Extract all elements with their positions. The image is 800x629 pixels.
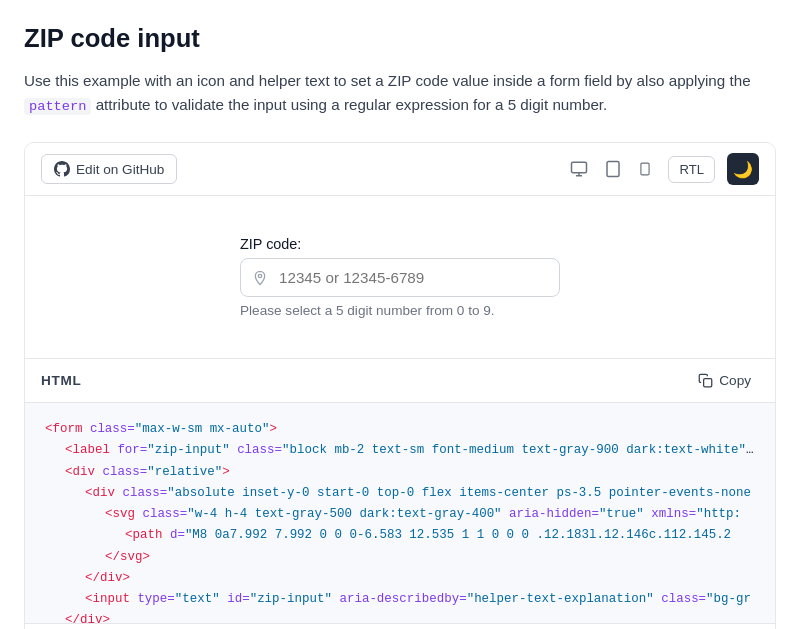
desktop-view-button[interactable]: [566, 156, 592, 182]
page-description: Use this example with an icon and helper…: [24, 69, 776, 118]
zip-form-group: ZIP code: Please select a 5 digit number…: [240, 236, 560, 318]
zip-label: ZIP code:: [240, 236, 301, 252]
code-header: HTML Copy: [25, 359, 775, 403]
description-before: Use this example with an icon and helper…: [24, 72, 751, 89]
svg-rect-5: [641, 163, 649, 175]
code-section: HTML Copy <form class="max-w-sm mx-auto"…: [25, 359, 775, 629]
demo-preview: ZIP code: Please select a 5 digit number…: [25, 196, 775, 359]
svg-rect-0: [572, 162, 587, 173]
code-line-8: </div>: [45, 568, 755, 589]
rtl-button[interactable]: RTL: [668, 156, 715, 183]
demo-card: Edit on GitHub: [24, 142, 776, 629]
location-pin-icon: [252, 270, 268, 286]
expand-code-button[interactable]: Expand code: [25, 623, 775, 629]
demo-toolbar: Edit on GitHub: [25, 143, 775, 196]
description-after: attribute to validate the input using a …: [96, 96, 608, 113]
code-line-1: <form class="max-w-sm mx-auto">: [45, 419, 755, 440]
view-icons: [566, 156, 656, 182]
github-button-label: Edit on GitHub: [76, 162, 164, 177]
mobile-icon: [638, 160, 652, 178]
tablet-icon: [604, 160, 622, 178]
copy-icon: [698, 373, 713, 388]
code-block: <form class="max-w-sm mx-auto"> <label f…: [25, 403, 775, 623]
code-word: pattern: [24, 98, 91, 115]
code-line-9: <input type="text" id="zip-input" aria-d…: [45, 589, 755, 610]
page-title: ZIP code input: [24, 24, 776, 53]
svg-rect-8: [704, 379, 712, 387]
code-line-3: <div class="relative">: [45, 462, 755, 483]
desktop-icon: [570, 160, 588, 178]
github-icon: [54, 161, 70, 177]
code-line-6: <path d="M8 0a7.992 7.992 0 0 0-6.583 12…: [45, 525, 755, 546]
toolbar-right: RTL 🌙: [566, 153, 759, 185]
zip-input[interactable]: [240, 258, 560, 297]
zip-input-wrapper: [240, 258, 560, 297]
code-line-10: </div>: [45, 610, 755, 623]
code-language-label: HTML: [41, 373, 81, 388]
dark-mode-toggle[interactable]: 🌙: [727, 153, 759, 185]
code-line-7: </svg>: [45, 547, 755, 568]
code-line-4: <div class="absolute inset-y-0 start-0 t…: [45, 483, 755, 504]
tablet-view-button[interactable]: [600, 156, 626, 182]
edit-on-github-button[interactable]: Edit on GitHub: [41, 154, 177, 184]
copy-button[interactable]: Copy: [690, 369, 759, 392]
svg-point-7: [258, 274, 261, 277]
svg-rect-3: [607, 162, 619, 177]
zip-helper-text: Please select a 5 digit number from 0 to…: [240, 303, 495, 318]
mobile-view-button[interactable]: [634, 156, 656, 182]
moon-icon: 🌙: [733, 160, 753, 179]
copy-label: Copy: [719, 373, 751, 388]
code-line-5: <svg class="w-4 h-4 text-gray-500 dark:t…: [45, 504, 755, 525]
code-line-2: <label for="zip-input" class="block mb-2…: [45, 440, 755, 461]
